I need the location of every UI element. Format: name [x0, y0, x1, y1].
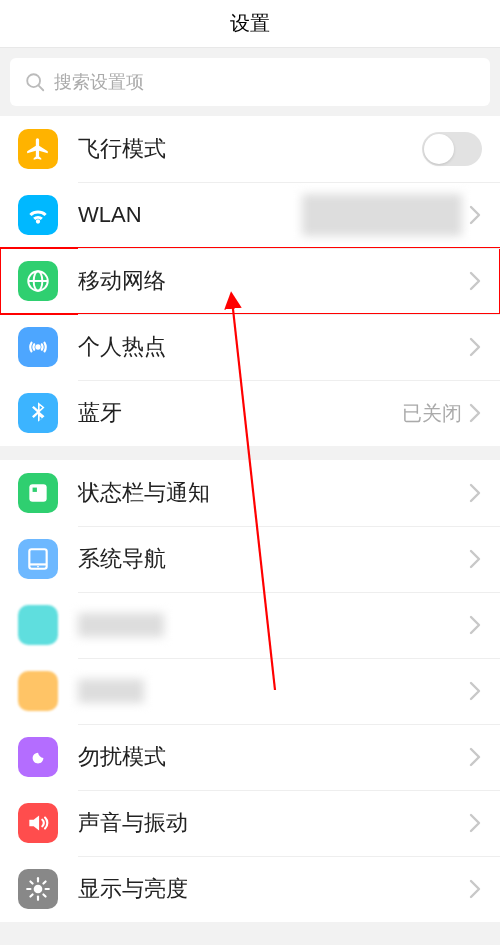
settings-row-wlan[interactable]: WLAN [0, 182, 500, 248]
sound-icon [18, 803, 58, 843]
settings-row-blur2[interactable] [0, 658, 500, 724]
chevron-right-icon [468, 337, 482, 357]
svg-point-11 [34, 885, 43, 894]
chevron-right-icon [468, 483, 482, 503]
row-label: 系统导航 [78, 544, 468, 574]
settings-row-display[interactable]: 显示与亮度 [0, 856, 500, 922]
search-icon [24, 71, 46, 93]
svg-rect-7 [33, 488, 37, 492]
svg-rect-6 [29, 484, 46, 501]
chevron-right-icon [468, 681, 482, 701]
chevron-right-icon [468, 271, 482, 291]
svg-line-18 [30, 894, 32, 896]
dnd-icon [18, 737, 58, 777]
row-label: 蓝牙 [78, 398, 402, 428]
search-placeholder: 搜索设置项 [54, 70, 144, 94]
settings-group: 状态栏与通知系统导航勿扰模式声音与振动显示与亮度 [0, 460, 500, 922]
chevron-right-icon [468, 615, 482, 635]
system-nav-icon [18, 539, 58, 579]
chevron-right-icon [468, 549, 482, 569]
wlan-icon [18, 195, 58, 235]
status-bar-icon [18, 473, 58, 513]
settings-row-system-nav[interactable]: 系统导航 [0, 526, 500, 592]
svg-point-10 [37, 566, 39, 568]
chevron-right-icon [468, 205, 482, 225]
row-label: 勿扰模式 [78, 742, 468, 772]
settings-row-status-bar[interactable]: 状态栏与通知 [0, 460, 500, 526]
header: 设置 [0, 0, 500, 48]
blur1-icon [18, 605, 58, 645]
svg-line-1 [39, 86, 44, 91]
row-value: 已关闭 [402, 400, 462, 427]
settings-row-airplane[interactable]: 飞行模式 [0, 116, 500, 182]
row-label: 显示与亮度 [78, 874, 468, 904]
chevron-right-icon [468, 813, 482, 833]
svg-line-19 [43, 881, 45, 883]
settings-row-mobile-network[interactable]: 移动网络 [0, 248, 500, 314]
blur2-icon [18, 671, 58, 711]
settings-row-dnd[interactable]: 勿扰模式 [0, 724, 500, 790]
row-label: 个人热点 [78, 332, 468, 362]
chevron-right-icon [468, 879, 482, 899]
airplane-toggle[interactable] [422, 132, 482, 166]
svg-point-5 [35, 344, 40, 349]
chevron-right-icon [468, 747, 482, 767]
settings-group: 飞行模式WLAN移动网络个人热点蓝牙已关闭 [0, 116, 500, 446]
row-label: 移动网络 [78, 266, 468, 296]
row-label [78, 613, 468, 637]
row-value-blurred [302, 194, 462, 236]
bluetooth-icon [18, 393, 58, 433]
page-title: 设置 [230, 10, 270, 37]
row-label: 状态栏与通知 [78, 478, 468, 508]
display-icon [18, 869, 58, 909]
row-label: 飞行模式 [78, 134, 422, 164]
mobile-network-icon [18, 261, 58, 301]
settings-row-hotspot[interactable]: 个人热点 [0, 314, 500, 380]
search-container: 搜索设置项 [0, 48, 500, 116]
row-label [78, 679, 468, 703]
chevron-right-icon [468, 403, 482, 423]
settings-row-bluetooth[interactable]: 蓝牙已关闭 [0, 380, 500, 446]
settings-row-sound[interactable]: 声音与振动 [0, 790, 500, 856]
svg-line-16 [30, 881, 32, 883]
hotspot-icon [18, 327, 58, 367]
settings-row-blur1[interactable] [0, 592, 500, 658]
airplane-icon [18, 129, 58, 169]
row-label: 声音与振动 [78, 808, 468, 838]
svg-line-17 [43, 894, 45, 896]
row-label: WLAN [78, 202, 302, 228]
search-input[interactable]: 搜索设置项 [10, 58, 490, 106]
